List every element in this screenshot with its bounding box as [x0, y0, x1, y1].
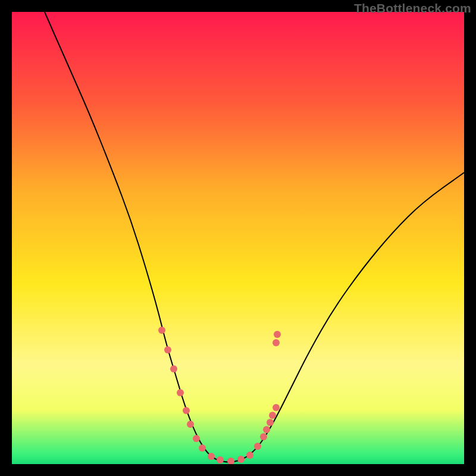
marker-dot [187, 421, 194, 428]
marker-dot [246, 452, 253, 459]
marker-dot [199, 444, 206, 452]
marker-dot [164, 346, 171, 353]
outer-frame: TheBottleneck.com [0, 0, 476, 476]
marker-dot [208, 453, 215, 460]
watermark-text: TheBottleneck.com [354, 1, 471, 15]
marker-dot [217, 456, 224, 464]
marker-dot [193, 435, 200, 442]
marker-dot [254, 443, 261, 450]
marker-dot [170, 365, 177, 372]
plot-area [12, 12, 464, 464]
chart-svg [12, 12, 464, 464]
marker-dot [237, 456, 245, 463]
highlight-dots [158, 327, 281, 464]
marker-dot [263, 426, 270, 433]
marker-dot [183, 407, 190, 414]
marker-dot [227, 458, 234, 464]
marker-dot [177, 389, 184, 396]
marker-dot [269, 412, 276, 419]
bottleneck-curve [45, 12, 464, 462]
marker-dot [267, 419, 274, 426]
marker-dot [260, 433, 267, 440]
marker-dot [273, 404, 280, 411]
marker-dot [158, 327, 165, 334]
marker-dot [274, 331, 281, 338]
marker-dot [273, 339, 280, 346]
